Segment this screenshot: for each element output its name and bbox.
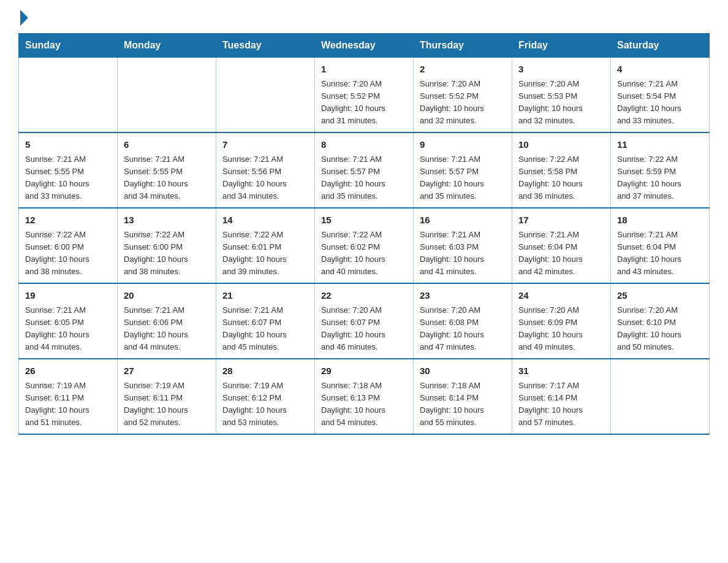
calendar-cell: 31Sunrise: 7:17 AM Sunset: 6:14 PM Dayli… bbox=[512, 359, 611, 434]
weekday-header-friday: Friday bbox=[512, 34, 611, 58]
day-number: 16 bbox=[420, 213, 506, 228]
day-info: Sunrise: 7:21 AM Sunset: 6:03 PM Dayligh… bbox=[420, 229, 506, 278]
day-info: Sunrise: 7:20 AM Sunset: 6:08 PM Dayligh… bbox=[420, 304, 506, 354]
day-number: 27 bbox=[124, 364, 210, 378]
day-info: Sunrise: 7:19 AM Sunset: 6:12 PM Dayligh… bbox=[222, 380, 308, 429]
calendar-cell: 1Sunrise: 7:20 AM Sunset: 5:52 PM Daylig… bbox=[315, 58, 414, 133]
day-number: 25 bbox=[617, 289, 703, 303]
calendar-cell: 7Sunrise: 7:21 AM Sunset: 5:56 PM Daylig… bbox=[216, 132, 315, 208]
day-info: Sunrise: 7:21 AM Sunset: 5:56 PM Dayligh… bbox=[222, 153, 308, 203]
weekday-header-row: SundayMondayTuesdayWednesdayThursdayFrid… bbox=[19, 34, 710, 58]
day-number: 28 bbox=[222, 364, 308, 378]
day-number: 15 bbox=[321, 213, 407, 228]
weekday-header-sunday: Sunday bbox=[19, 34, 118, 58]
weekday-header-monday: Monday bbox=[118, 34, 216, 58]
day-info: Sunrise: 7:20 AM Sunset: 5:52 PM Dayligh… bbox=[420, 78, 506, 128]
calendar-cell: 2Sunrise: 7:20 AM Sunset: 5:52 PM Daylig… bbox=[414, 58, 512, 133]
day-number: 5 bbox=[25, 138, 111, 152]
calendar-cell: 4Sunrise: 7:21 AM Sunset: 5:54 PM Daylig… bbox=[611, 58, 710, 133]
day-info: Sunrise: 7:21 AM Sunset: 6:04 PM Dayligh… bbox=[518, 229, 604, 278]
calendar-cell: 22Sunrise: 7:20 AM Sunset: 6:07 PM Dayli… bbox=[315, 283, 414, 359]
calendar-cell: 25Sunrise: 7:20 AM Sunset: 6:10 PM Dayli… bbox=[611, 283, 710, 359]
calendar-cell: 20Sunrise: 7:21 AM Sunset: 6:06 PM Dayli… bbox=[118, 283, 216, 359]
calendar-cell: 11Sunrise: 7:22 AM Sunset: 5:59 PM Dayli… bbox=[611, 132, 710, 208]
day-number: 26 bbox=[25, 364, 111, 378]
calendar-cell: 12Sunrise: 7:22 AM Sunset: 6:00 PM Dayli… bbox=[19, 208, 118, 283]
weekday-header-wednesday: Wednesday bbox=[315, 34, 414, 58]
day-number: 1 bbox=[321, 63, 407, 77]
day-number: 14 bbox=[222, 213, 308, 228]
day-number: 7 bbox=[222, 138, 308, 152]
logo bbox=[18, 12, 28, 22]
calendar-cell: 26Sunrise: 7:19 AM Sunset: 6:11 PM Dayli… bbox=[19, 359, 118, 434]
day-number: 20 bbox=[124, 289, 210, 303]
calendar-cell: 23Sunrise: 7:20 AM Sunset: 6:08 PM Dayli… bbox=[414, 283, 512, 359]
day-info: Sunrise: 7:17 AM Sunset: 6:14 PM Dayligh… bbox=[518, 380, 604, 429]
calendar-week-row: 19Sunrise: 7:21 AM Sunset: 6:05 PM Dayli… bbox=[19, 283, 710, 359]
day-number: 21 bbox=[222, 289, 308, 303]
calendar-cell: 9Sunrise: 7:21 AM Sunset: 5:57 PM Daylig… bbox=[414, 132, 512, 208]
calendar-cell: 21Sunrise: 7:21 AM Sunset: 6:07 PM Dayli… bbox=[216, 283, 315, 359]
day-number: 18 bbox=[617, 213, 703, 228]
day-info: Sunrise: 7:21 AM Sunset: 5:57 PM Dayligh… bbox=[321, 153, 407, 203]
calendar-cell: 24Sunrise: 7:20 AM Sunset: 6:09 PM Dayli… bbox=[512, 283, 611, 359]
day-number: 29 bbox=[321, 364, 407, 378]
day-info: Sunrise: 7:21 AM Sunset: 5:57 PM Dayligh… bbox=[420, 153, 506, 203]
day-info: Sunrise: 7:21 AM Sunset: 5:55 PM Dayligh… bbox=[124, 153, 210, 203]
day-info: Sunrise: 7:22 AM Sunset: 5:59 PM Dayligh… bbox=[617, 153, 703, 203]
day-info: Sunrise: 7:22 AM Sunset: 5:58 PM Dayligh… bbox=[518, 153, 604, 203]
day-info: Sunrise: 7:22 AM Sunset: 6:00 PM Dayligh… bbox=[124, 229, 210, 278]
calendar-cell: 14Sunrise: 7:22 AM Sunset: 6:01 PM Dayli… bbox=[216, 208, 315, 283]
calendar-cell: 19Sunrise: 7:21 AM Sunset: 6:05 PM Dayli… bbox=[19, 283, 118, 359]
calendar-cell: 15Sunrise: 7:22 AM Sunset: 6:02 PM Dayli… bbox=[315, 208, 414, 283]
calendar-week-row: 12Sunrise: 7:22 AM Sunset: 6:00 PM Dayli… bbox=[19, 208, 710, 283]
calendar-cell: 3Sunrise: 7:20 AM Sunset: 5:53 PM Daylig… bbox=[512, 58, 611, 133]
day-number: 8 bbox=[321, 138, 407, 152]
day-number: 10 bbox=[518, 138, 604, 152]
calendar-cell: 10Sunrise: 7:22 AM Sunset: 5:58 PM Dayli… bbox=[512, 132, 611, 208]
day-number: 19 bbox=[25, 289, 111, 303]
day-number: 4 bbox=[617, 63, 703, 77]
day-info: Sunrise: 7:21 AM Sunset: 6:05 PM Dayligh… bbox=[25, 304, 111, 354]
calendar-cell: 27Sunrise: 7:19 AM Sunset: 6:11 PM Dayli… bbox=[118, 359, 216, 434]
calendar-cell bbox=[19, 58, 118, 133]
calendar-cell: 16Sunrise: 7:21 AM Sunset: 6:03 PM Dayli… bbox=[414, 208, 512, 283]
day-info: Sunrise: 7:20 AM Sunset: 5:52 PM Dayligh… bbox=[321, 78, 407, 128]
day-info: Sunrise: 7:21 AM Sunset: 5:55 PM Dayligh… bbox=[25, 153, 111, 203]
day-info: Sunrise: 7:20 AM Sunset: 6:10 PM Dayligh… bbox=[617, 304, 703, 354]
day-info: Sunrise: 7:20 AM Sunset: 5:53 PM Dayligh… bbox=[518, 78, 604, 128]
calendar-cell: 29Sunrise: 7:18 AM Sunset: 6:13 PM Dayli… bbox=[315, 359, 414, 434]
calendar-table: SundayMondayTuesdayWednesdayThursdayFrid… bbox=[18, 33, 710, 435]
weekday-header-tuesday: Tuesday bbox=[216, 34, 315, 58]
day-number: 17 bbox=[518, 213, 604, 228]
day-number: 22 bbox=[321, 289, 407, 303]
day-info: Sunrise: 7:19 AM Sunset: 6:11 PM Dayligh… bbox=[124, 380, 210, 429]
day-info: Sunrise: 7:21 AM Sunset: 5:54 PM Dayligh… bbox=[617, 78, 703, 128]
day-info: Sunrise: 7:18 AM Sunset: 6:14 PM Dayligh… bbox=[420, 380, 506, 429]
calendar-cell: 18Sunrise: 7:21 AM Sunset: 6:04 PM Dayli… bbox=[611, 208, 710, 283]
calendar-week-row: 26Sunrise: 7:19 AM Sunset: 6:11 PM Dayli… bbox=[19, 359, 710, 434]
calendar-body: 1Sunrise: 7:20 AM Sunset: 5:52 PM Daylig… bbox=[19, 58, 710, 435]
calendar-week-row: 5Sunrise: 7:21 AM Sunset: 5:55 PM Daylig… bbox=[19, 132, 710, 208]
calendar-cell: 13Sunrise: 7:22 AM Sunset: 6:00 PM Dayli… bbox=[118, 208, 216, 283]
logo-triangle-icon bbox=[20, 10, 28, 26]
calendar-cell: 17Sunrise: 7:21 AM Sunset: 6:04 PM Dayli… bbox=[512, 208, 611, 283]
calendar-cell: 8Sunrise: 7:21 AM Sunset: 5:57 PM Daylig… bbox=[315, 132, 414, 208]
day-info: Sunrise: 7:20 AM Sunset: 6:07 PM Dayligh… bbox=[321, 304, 407, 354]
day-number: 30 bbox=[420, 364, 506, 378]
day-info: Sunrise: 7:20 AM Sunset: 6:09 PM Dayligh… bbox=[518, 304, 604, 354]
day-info: Sunrise: 7:22 AM Sunset: 6:00 PM Dayligh… bbox=[25, 229, 111, 278]
calendar-cell bbox=[118, 58, 216, 133]
day-number: 23 bbox=[420, 289, 506, 303]
day-info: Sunrise: 7:21 AM Sunset: 6:07 PM Dayligh… bbox=[222, 304, 308, 354]
calendar-cell: 5Sunrise: 7:21 AM Sunset: 5:55 PM Daylig… bbox=[19, 132, 118, 208]
calendar-cell bbox=[216, 58, 315, 133]
day-number: 6 bbox=[124, 138, 210, 152]
day-info: Sunrise: 7:21 AM Sunset: 6:04 PM Dayligh… bbox=[617, 229, 703, 278]
day-info: Sunrise: 7:22 AM Sunset: 6:02 PM Dayligh… bbox=[321, 229, 407, 278]
day-info: Sunrise: 7:18 AM Sunset: 6:13 PM Dayligh… bbox=[321, 380, 407, 429]
weekday-header-saturday: Saturday bbox=[611, 34, 710, 58]
day-number: 12 bbox=[25, 213, 111, 228]
day-number: 3 bbox=[518, 63, 604, 77]
calendar-cell: 30Sunrise: 7:18 AM Sunset: 6:14 PM Dayli… bbox=[414, 359, 512, 434]
